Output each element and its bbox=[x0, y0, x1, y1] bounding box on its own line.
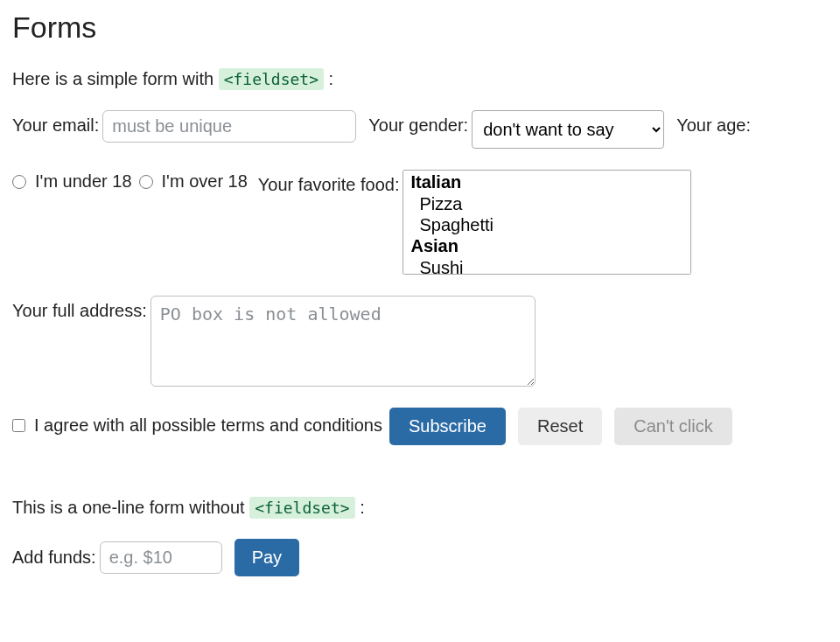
age-radio-under18-wrap: I'm under 18 bbox=[12, 170, 132, 192]
subscribe-button[interactable]: Subscribe bbox=[389, 408, 506, 445]
terms-label: I agree with all possible terms and cond… bbox=[34, 415, 382, 436]
email-field[interactable] bbox=[102, 110, 356, 143]
button-row: Subscribe Reset Can't click bbox=[389, 408, 732, 445]
age-radio-over18-wrap: I'm over 18 bbox=[139, 170, 248, 192]
address-textarea[interactable] bbox=[150, 296, 536, 387]
age-label: Your age: bbox=[676, 110, 751, 136]
terms-checkbox[interactable] bbox=[12, 419, 25, 432]
gender-label: Your gender: bbox=[368, 110, 468, 136]
pay-button[interactable]: Pay bbox=[234, 539, 299, 576]
funds-label: Add funds: bbox=[12, 542, 96, 568]
food-option-sushi[interactable]: Sushi bbox=[409, 258, 690, 275]
intro-suffix: : bbox=[329, 69, 334, 88]
funds-field[interactable] bbox=[100, 541, 222, 574]
food-option-spaghetti[interactable]: Spaghetti bbox=[409, 215, 690, 236]
age-radio-over18[interactable] bbox=[139, 175, 153, 189]
section2-prefix: This is a one-line form without bbox=[12, 498, 249, 517]
row-address: Your full address: bbox=[12, 296, 828, 387]
intro-paragraph: Here is a simple form with <fieldset> : bbox=[12, 69, 828, 89]
food-select[interactable]: Pizza Spaghetti Sushi bbox=[402, 170, 691, 275]
age-radio-under18[interactable] bbox=[12, 175, 26, 189]
row-age-food: I'm under 18 I'm over 18 Your favorite f… bbox=[12, 170, 828, 275]
section2-paragraph: This is a one-line form without <fieldse… bbox=[12, 498, 828, 518]
age-radio-over18-label: I'm over 18 bbox=[162, 171, 248, 192]
email-label: Your email: bbox=[12, 110, 99, 136]
row-terms-buttons: I agree with all possible terms and cond… bbox=[12, 408, 828, 445]
fieldset-code-tag-2: <fieldset> bbox=[249, 497, 354, 519]
food-group-italian: Pizza Spaghetti bbox=[409, 172, 690, 236]
fieldset-code-tag: <fieldset> bbox=[219, 68, 324, 90]
page-title: Forms bbox=[12, 10, 828, 45]
cant-click-button: Can't click bbox=[614, 408, 732, 445]
food-option-pizza[interactable]: Pizza bbox=[409, 194, 690, 215]
intro-prefix: Here is a simple form with bbox=[12, 69, 219, 88]
age-radio-under18-label: I'm under 18 bbox=[35, 171, 132, 192]
food-label: Your favorite food: bbox=[258, 170, 400, 195]
address-label: Your full address: bbox=[12, 296, 147, 321]
row-email-gender-age: Your email: Your gender: don't want to s… bbox=[12, 110, 828, 149]
spacer bbox=[12, 466, 828, 498]
gender-select[interactable]: don't want to say bbox=[472, 110, 664, 149]
terms-checkbox-wrap: I agree with all possible terms and cond… bbox=[12, 415, 382, 436]
reset-button[interactable]: Reset bbox=[518, 408, 602, 445]
food-group-asian: Sushi bbox=[409, 236, 690, 275]
section2-suffix: : bbox=[360, 498, 365, 517]
row-funds: Add funds: Pay bbox=[12, 539, 828, 576]
